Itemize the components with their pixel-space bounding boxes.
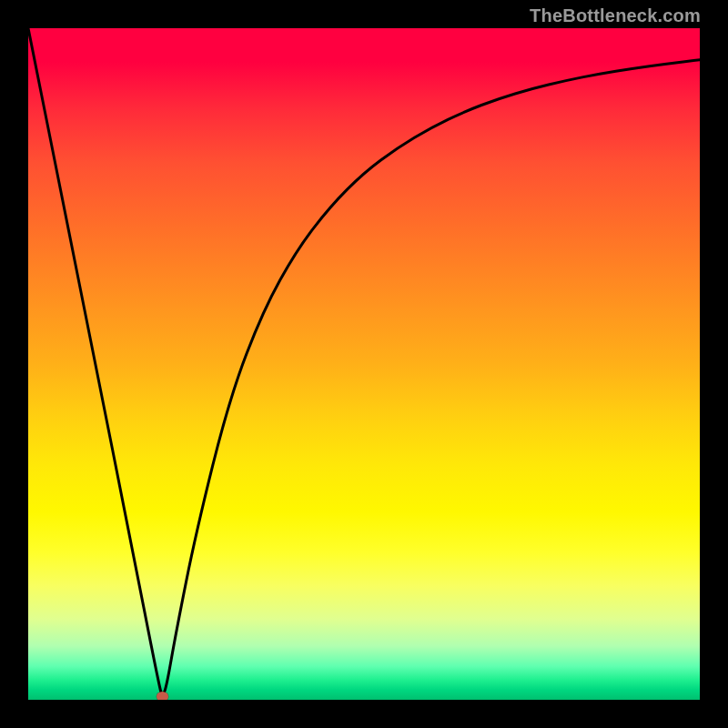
bottleneck-curve xyxy=(28,28,700,694)
watermark-text: TheBottleneck.com xyxy=(530,5,701,26)
chart-container: TheBottleneck.com xyxy=(0,0,728,728)
optimal-point-marker xyxy=(157,692,168,700)
plot-area xyxy=(28,28,700,700)
curve-layer xyxy=(28,28,700,700)
